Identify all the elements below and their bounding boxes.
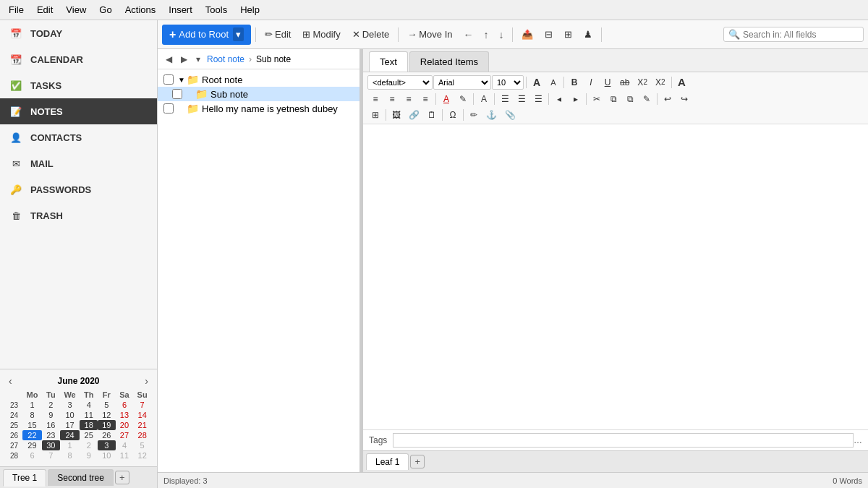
- modify-button[interactable]: ⊞ Modify: [298, 27, 344, 42]
- decrease-indent-button[interactable]: ◂: [551, 93, 567, 106]
- bg-color-button[interactable]: A: [476, 93, 492, 106]
- font-name-select[interactable]: Arial: [433, 75, 491, 90]
- calendar-day[interactable]: 22: [22, 430, 42, 440]
- nav-back-button[interactable]: ←: [460, 27, 477, 43]
- calendar-day[interactable]: 2: [80, 440, 98, 450]
- calendar-day[interactable]: 30: [42, 440, 60, 450]
- calendar-day[interactable]: 28: [133, 430, 151, 440]
- format-paint-button[interactable]: ✎: [639, 93, 655, 106]
- calendar-day[interactable]: 11: [80, 410, 98, 420]
- align-right-button[interactable]: ≡: [401, 93, 417, 106]
- insert-table-button[interactable]: ⊞: [367, 108, 383, 121]
- calendar-next[interactable]: ›: [142, 375, 151, 387]
- insert-link-button[interactable]: 🔗: [405, 108, 423, 121]
- menu-edit[interactable]: Edit: [31, 3, 59, 17]
- calendar-day[interactable]: 6: [22, 450, 42, 461]
- font-color-button[interactable]: A: [438, 93, 454, 106]
- sidebar-item-calendar[interactable]: 📆 CALENDAR: [0, 46, 157, 72]
- calendar-day[interactable]: 8: [22, 410, 42, 420]
- delete-button[interactable]: ✕ Delete: [348, 27, 394, 42]
- tree-tab-1[interactable]: Tree 1: [3, 469, 46, 487]
- tree-node-hello[interactable]: 📁 Hello my name is yetnesh dubey: [158, 101, 359, 116]
- calendar-day[interactable]: 3: [98, 440, 116, 450]
- calendar-day[interactable]: 4: [80, 400, 98, 410]
- font-size-select[interactable]: 10: [492, 75, 524, 90]
- align-left-button[interactable]: ≡: [367, 93, 383, 106]
- sidebar-item-mail[interactable]: ✉ MAIL: [0, 150, 157, 176]
- bullet-list-button[interactable]: ☰: [497, 93, 513, 106]
- tree-node-root-expander[interactable]: ▼: [176, 74, 187, 85]
- superscript-button[interactable]: X2: [652, 76, 669, 89]
- tags-input[interactable]: [393, 433, 854, 448]
- menu-insert[interactable]: Insert: [163, 3, 198, 17]
- italic-button[interactable]: I: [583, 76, 599, 89]
- checklist-button[interactable]: ☰: [530, 93, 546, 106]
- align-justify-button[interactable]: ≡: [417, 93, 433, 106]
- menu-actions[interactable]: Actions: [119, 3, 162, 17]
- edit-button[interactable]: ✏ Edit: [260, 27, 295, 42]
- sidebar-item-passwords[interactable]: 🔑 PASSWORDS: [0, 176, 157, 202]
- attach-file-button[interactable]: 📎: [501, 108, 519, 121]
- font-size-up-button[interactable]: A: [529, 75, 545, 90]
- nav-up-button[interactable]: ↑: [480, 27, 493, 43]
- strikethrough-button[interactable]: ab: [616, 76, 633, 89]
- calendar-day[interactable]: 23: [42, 430, 60, 440]
- calendar-day[interactable]: 9: [42, 410, 60, 420]
- sidebar-item-tasks[interactable]: ✅ TASKS: [0, 72, 157, 98]
- calendar-day[interactable]: 12: [133, 450, 151, 461]
- search-input[interactable]: [743, 30, 859, 40]
- leaf-tab-1[interactable]: Leaf 1: [366, 453, 409, 470]
- calendar-day[interactable]: 17: [60, 420, 80, 430]
- calendar-day[interactable]: 7: [133, 400, 151, 410]
- paste-button[interactable]: ⧉: [622, 93, 638, 106]
- properties-button[interactable]: ♟: [579, 27, 597, 42]
- calendar-day[interactable]: 27: [116, 430, 134, 440]
- increase-indent-button[interactable]: ▸: [568, 93, 584, 106]
- tree-node-root[interactable]: ▼ 📁 Root note: [158, 72, 359, 87]
- add-to-root-button[interactable]: + Add to Root ▾: [162, 25, 251, 45]
- calendar-day[interactable]: 24: [60, 430, 80, 440]
- calendar-day[interactable]: 10: [60, 410, 80, 420]
- copy-button[interactable]: ⧉: [605, 93, 621, 106]
- calendar-day[interactable]: 19: [98, 420, 116, 430]
- editor-area[interactable]: [363, 124, 868, 429]
- bold-button[interactable]: B: [566, 76, 582, 89]
- calendar-day[interactable]: 5: [133, 440, 151, 450]
- add-leaf-tab-button[interactable]: +: [410, 455, 425, 468]
- calendar-day[interactable]: 14: [133, 410, 151, 420]
- add-root-dropdown-icon[interactable]: ▾: [233, 27, 244, 41]
- breadcrumb-dropdown-button[interactable]: ▾: [194, 54, 203, 64]
- calendar-day[interactable]: 15: [22, 420, 42, 430]
- calendar-day[interactable]: 26: [98, 430, 116, 440]
- menu-help[interactable]: Help: [234, 3, 265, 17]
- calendar-day[interactable]: 1: [22, 400, 42, 410]
- tree-node-sub[interactable]: 📁 Sub note: [158, 87, 359, 101]
- tab-text[interactable]: Text: [369, 51, 408, 72]
- tree-tab-2[interactable]: Second tree: [48, 469, 114, 486]
- calendar-day[interactable]: 29: [22, 440, 42, 450]
- big-a-button[interactable]: A: [674, 74, 690, 90]
- insert-note-link-button[interactable]: 🗒: [424, 108, 440, 121]
- calendar-day[interactable]: 18: [80, 420, 98, 430]
- calendar-day[interactable]: 16: [42, 420, 60, 430]
- calendar-day[interactable]: 21: [133, 420, 151, 430]
- menu-file[interactable]: File: [3, 3, 30, 17]
- view-toggle-2[interactable]: ⊞: [560, 27, 576, 42]
- calendar-day[interactable]: 7: [42, 450, 60, 461]
- tab-related-items[interactable]: Related Items: [409, 51, 489, 72]
- draw-button[interactable]: ✏: [466, 108, 482, 121]
- nav-down-button[interactable]: ↓: [495, 27, 508, 43]
- underline-button[interactable]: U: [600, 76, 616, 89]
- calendar-day[interactable]: 1: [60, 440, 80, 450]
- undo-button[interactable]: ↩: [660, 93, 676, 106]
- redo-button[interactable]: ↪: [676, 93, 692, 106]
- calendar-day[interactable]: 4: [116, 440, 134, 450]
- sidebar-item-notes[interactable]: 📝 NOTES: [0, 98, 157, 124]
- sidebar-item-trash[interactable]: 🗑 TRASH: [0, 202, 157, 228]
- add-tree-tab-button[interactable]: +: [115, 471, 129, 484]
- calendar-day[interactable]: 8: [60, 450, 80, 461]
- calendar-day[interactable]: 2: [42, 400, 60, 410]
- move-in-button[interactable]: → Move In: [403, 27, 456, 42]
- calendar-prev[interactable]: ‹: [6, 375, 15, 387]
- breadcrumb-back-button[interactable]: ◀: [163, 54, 174, 64]
